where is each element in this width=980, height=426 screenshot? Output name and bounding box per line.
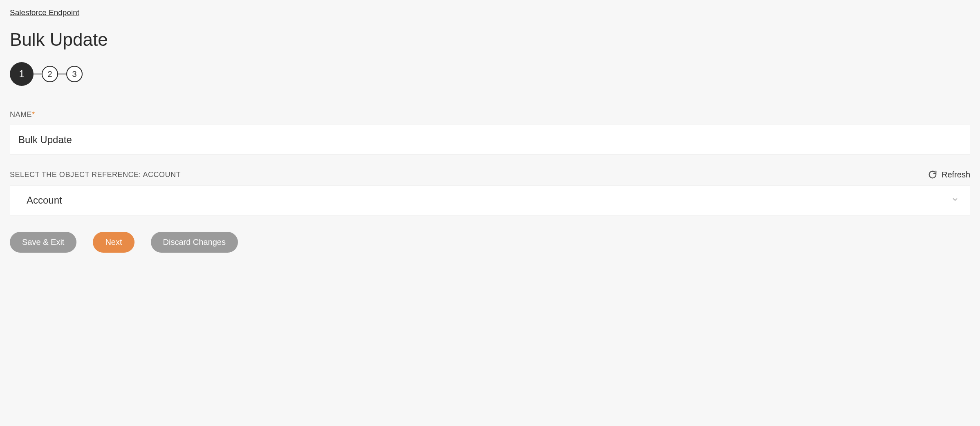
refresh-icon bbox=[928, 170, 937, 179]
object-ref-label: SELECT THE OBJECT REFERENCE: ACCOUNT bbox=[10, 170, 181, 179]
stepper: 1 2 3 bbox=[10, 62, 970, 86]
required-star: * bbox=[32, 110, 35, 119]
name-input[interactable] bbox=[10, 125, 970, 155]
refresh-button[interactable]: Refresh bbox=[928, 170, 970, 179]
step-3[interactable]: 3 bbox=[66, 66, 83, 82]
save-exit-button[interactable]: Save & Exit bbox=[10, 232, 76, 253]
step-1[interactable]: 1 bbox=[10, 62, 34, 86]
object-ref-field-group: SELECT THE OBJECT REFERENCE: ACCOUNT Ref… bbox=[10, 170, 970, 215]
object-ref-select-wrapper[interactable]: Account bbox=[10, 185, 970, 215]
next-button[interactable]: Next bbox=[93, 232, 134, 253]
breadcrumb-link[interactable]: Salesforce Endpoint bbox=[10, 8, 79, 17]
discard-button[interactable]: Discard Changes bbox=[151, 232, 238, 253]
refresh-label: Refresh bbox=[942, 170, 970, 179]
step-2[interactable]: 2 bbox=[42, 66, 58, 82]
name-label: NAME* bbox=[10, 110, 35, 119]
step-connector bbox=[58, 74, 66, 74]
page-title: Bulk Update bbox=[10, 29, 970, 50]
step-connector bbox=[34, 74, 42, 74]
object-ref-select[interactable]: Account bbox=[10, 185, 970, 215]
button-row: Save & Exit Next Discard Changes bbox=[10, 232, 970, 253]
name-field-group: NAME* bbox=[10, 110, 970, 155]
